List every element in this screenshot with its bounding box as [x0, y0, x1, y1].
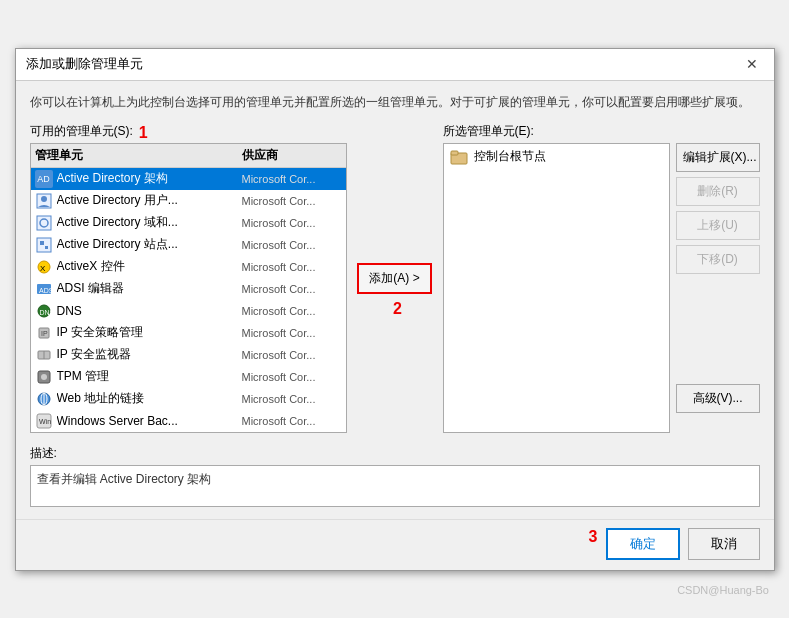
svg-rect-27: [451, 151, 458, 155]
item-vendor: Microsoft Cor...: [242, 239, 342, 251]
list-item[interactable]: DNS DNS Microsoft Cor...: [31, 300, 346, 322]
item-name: TPM 管理: [57, 368, 242, 385]
list-item[interactable]: Win Windows Server Bac... Microsoft Cor.…: [31, 410, 346, 432]
list-item[interactable]: WMI 控件 Microsoft Cor...: [31, 432, 346, 433]
list-item[interactable]: Active Directory 域和... Microsoft Cor...: [31, 212, 346, 234]
list-item[interactable]: Web 地址的链接 Microsoft Cor...: [31, 388, 346, 410]
remove-button[interactable]: 删除(R): [676, 177, 760, 206]
bottom-buttons: 3 确定 取消: [16, 519, 774, 570]
svg-text:X: X: [40, 264, 46, 273]
svg-text:ADSI: ADSI: [39, 287, 52, 294]
number-2-badge: 2: [393, 300, 402, 318]
ad-users-icon: [35, 192, 53, 210]
ad-sites-icon: [35, 236, 53, 254]
number-3-badge: 3: [589, 528, 598, 560]
item-name: DNS: [57, 304, 242, 318]
ad-domains-icon: [35, 214, 53, 232]
item-vendor: Microsoft Cor...: [242, 349, 342, 361]
available-list[interactable]: 管理单元 供应商 AD Active Directory 架构 Microsof…: [30, 143, 347, 433]
list-item[interactable]: TPM 管理 Microsoft Cor...: [31, 366, 346, 388]
item-name: IP 安全策略管理: [57, 324, 242, 341]
item-vendor: Microsoft Cor...: [242, 371, 342, 383]
action-buttons: 编辑扩展(X)... 删除(R) 上移(U) 下移(D) 高级(V)...: [670, 143, 760, 413]
svg-rect-5: [40, 241, 44, 245]
list-item[interactable]: IP IP 安全策略管理 Microsoft Cor...: [31, 322, 346, 344]
item-name: Active Directory 域和...: [57, 214, 242, 231]
folder-icon: [450, 148, 468, 166]
item-name: Windows Server Bac...: [57, 414, 242, 428]
activex-icon: X: [35, 258, 53, 276]
svg-point-18: [41, 374, 47, 380]
item-name: Active Directory 架构: [57, 170, 242, 187]
available-panel: 可用的管理单元(S): 1 管理单元 供应商 AD Active Directo…: [30, 123, 347, 433]
title-bar: 添加或删除管理单元 ✕: [16, 49, 774, 81]
item-vendor: Microsoft Cor...: [242, 327, 342, 339]
item-vendor: Microsoft Cor...: [242, 305, 342, 317]
item-name: ActiveX 控件: [57, 258, 242, 275]
svg-text:DNS: DNS: [39, 309, 52, 316]
watermark: CSDN@Huang-Bo: [677, 584, 769, 596]
svg-point-1: [41, 196, 47, 202]
edit-expand-button[interactable]: 编辑扩展(X)...: [676, 143, 760, 172]
list-item[interactable]: ADSI ADSI 编辑器 Microsoft Cor...: [31, 278, 346, 300]
move-up-button[interactable]: 上移(U): [676, 211, 760, 240]
ok-button[interactable]: 确定: [606, 528, 680, 560]
item-name: Web 地址的链接: [57, 390, 242, 407]
item-vendor: Microsoft Cor...: [242, 173, 342, 185]
main-dialog: 添加或删除管理单元 ✕ 你可以在计算机上为此控制台选择可用的管理单元并配置所选的…: [15, 48, 775, 571]
svg-text:IP: IP: [41, 330, 48, 337]
list-item[interactable]: X ActiveX 控件 Microsoft Cor...: [31, 256, 346, 278]
svg-rect-2: [37, 216, 51, 230]
ipsec-monitor-icon: [35, 346, 53, 364]
item-name: Active Directory 站点...: [57, 236, 242, 253]
adsi-icon: ADSI: [35, 280, 53, 298]
selected-item-name: 控制台根节点: [474, 148, 546, 165]
description-text: 你可以在计算机上为此控制台选择可用的管理单元并配置所选的一组管理单元。对于可扩展…: [30, 93, 760, 111]
list-item[interactable]: Active Directory 站点... Microsoft Cor...: [31, 234, 346, 256]
dns-icon: DNS: [35, 302, 53, 320]
add-button[interactable]: 添加(A) >: [357, 263, 431, 294]
selected-list-item: 控制台根节点: [444, 144, 669, 170]
list-item[interactable]: AD Active Directory 架构 Microsoft Cor...: [31, 168, 346, 190]
item-name: Active Directory 用户...: [57, 192, 242, 209]
item-vendor: Microsoft Cor...: [242, 283, 342, 295]
item-vendor: Microsoft Cor...: [242, 393, 342, 405]
item-vendor: Microsoft Cor...: [242, 217, 342, 229]
list-header: 管理单元 供应商: [31, 144, 346, 168]
description-box: 查看并编辑 Active Directory 架构: [30, 465, 760, 507]
right-with-buttons: 控制台根节点 编辑扩展(X)... 删除(R) 上移(U) 下移(D) 高级(V…: [443, 143, 760, 433]
number-1-badge: 1: [139, 124, 148, 142]
main-area: 可用的管理单元(S): 1 管理单元 供应商 AD Active Directo…: [30, 123, 760, 433]
item-vendor: Microsoft Cor...: [242, 261, 342, 273]
ipsec-policy-icon: IP: [35, 324, 53, 342]
svg-rect-6: [45, 246, 48, 249]
ad-schema-icon: AD: [35, 170, 53, 188]
selected-panel: 所选管理单元(E): 控制台根节点 编辑扩展(X)... 删除(R): [443, 123, 760, 433]
move-down-button[interactable]: 下移(D): [676, 245, 760, 274]
svg-text:Win: Win: [39, 418, 51, 425]
cancel-button[interactable]: 取消: [688, 528, 760, 560]
item-name: IP 安全监视器: [57, 346, 242, 363]
wsb-icon: Win: [35, 412, 53, 430]
item-name: ADSI 编辑器: [57, 280, 242, 297]
tpm-icon: [35, 368, 53, 386]
middle-controls: 添加(A) > 2: [355, 123, 435, 318]
available-label: 可用的管理单元(S):: [30, 123, 133, 140]
advanced-button[interactable]: 高级(V)...: [676, 384, 760, 413]
dialog-title: 添加或删除管理单元: [26, 55, 143, 73]
item-vendor: Microsoft Cor...: [242, 415, 342, 427]
dialog-body: 你可以在计算机上为此控制台选择可用的管理单元并配置所选的一组管理单元。对于可扩展…: [16, 81, 774, 515]
col-snapin-header: 管理单元: [35, 147, 242, 164]
close-button[interactable]: ✕: [740, 54, 764, 74]
description-section: 描述: 查看并编辑 Active Directory 架构: [30, 445, 760, 507]
list-item[interactable]: IP 安全监视器 Microsoft Cor...: [31, 344, 346, 366]
list-item[interactable]: Active Directory 用户... Microsoft Cor...: [31, 190, 346, 212]
description-label: 描述:: [30, 445, 760, 462]
col-vendor-header: 供应商: [242, 147, 342, 164]
selected-list[interactable]: 控制台根节点: [443, 143, 670, 433]
selected-label: 所选管理单元(E):: [443, 123, 760, 140]
item-vendor: Microsoft Cor...: [242, 195, 342, 207]
web-icon: [35, 390, 53, 408]
